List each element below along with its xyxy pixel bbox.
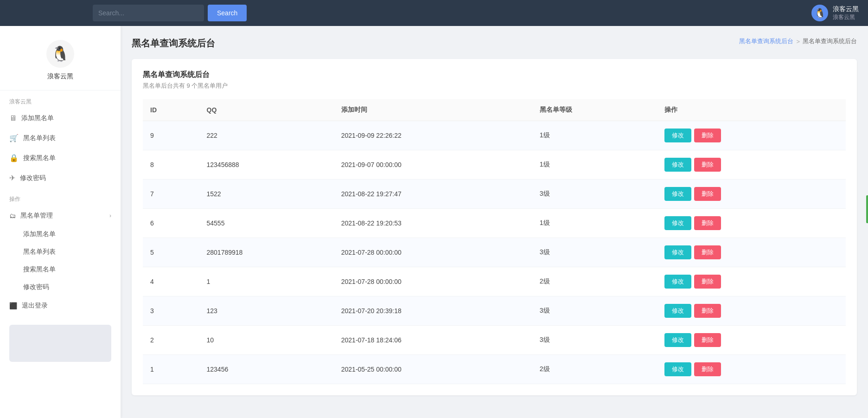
delete-button[interactable]: 删除 [694,245,721,259]
cell-action: 修改删除 [657,267,846,296]
sidebar-sub-add-blacklist[interactable]: 添加黑名单 [0,225,121,243]
breadcrumb-current: 黑名单查询系统后台 [803,37,857,45]
edit-button[interactable]: 修改 [664,187,691,201]
sidebar-username: 浪客云黑 [0,72,121,81]
cell-id: 2 [143,326,199,355]
sidebar-item-add-blacklist[interactable]: 🖥 添加黑名单 [0,109,121,128]
edge-bar [866,195,868,223]
table-head: ID QQ 添加时间 黑名单等级 操作 [143,99,846,121]
sidebar-section-label: 浪客云黑 [0,90,121,109]
sidebar-item-search-blacklist[interactable]: 🔒 搜索黑名单 [0,148,121,168]
edit-button[interactable]: 修改 [664,362,691,376]
sidebar-item-change-password[interactable]: ✈ 修改密码 [0,168,121,188]
edit-button[interactable]: 修改 [664,333,691,347]
col-id: ID [143,99,199,121]
cell-action: 修改删除 [657,150,846,180]
navbar-user: 🐧 浪客云黑 浪客云黑 [811,5,859,21]
col-time: 添加时间 [334,99,532,121]
cell-qq: 222 [199,121,334,150]
sidebar-item-label: 修改密码 [20,174,46,182]
cell-qq: 123 [199,296,334,326]
cell-time: 2021-07-18 18:24:06 [334,326,532,355]
table-row: 81234568882021-09-07 00:00:001级修改删除 [143,150,846,180]
cell-id: 1 [143,355,199,384]
table-row: 31232021-07-20 20:39:183级修改删除 [143,296,846,326]
page-title: 黑名单查询系统后台 [132,37,215,50]
main-content: 黑名单查询系统后台 黑名单查询系统后台 > 黑名单查询系统后台 黑名单查询系统后… [121,26,868,418]
sidebar-group-blacklist-management[interactable]: 🗂 黑名单管理 › [0,206,121,225]
search-input[interactable] [93,5,204,21]
col-action: 操作 [657,99,846,121]
cell-time: 2021-09-07 00:00:00 [334,150,532,180]
cell-time: 2021-07-20 20:39:18 [334,296,532,326]
cell-id: 9 [143,121,199,150]
cell-level: 3级 [532,326,657,355]
sidebar-operation-label: 操作 [0,188,121,206]
edit-button[interactable]: 修改 [664,245,691,259]
edit-button[interactable]: 修改 [664,129,691,142]
sidebar-item-logout[interactable]: ⬛ 退出登录 [0,296,121,315]
sidebar-group-label: 黑名单管理 [20,212,53,220]
monitor-icon: 🖥 [9,114,17,122]
cell-id: 7 [143,180,199,209]
blacklist-table: ID QQ 添加时间 黑名单等级 操作 92222021-09-09 22:26… [143,99,846,384]
delete-button[interactable]: 删除 [694,362,721,376]
cell-id: 3 [143,296,199,326]
cell-id: 5 [143,238,199,267]
cell-level: 1级 [532,121,657,150]
sidebar-item-label: 黑名单列表 [23,134,56,142]
card-title: 黑名单查询系统后台 [143,70,846,80]
cell-level: 3级 [532,296,657,326]
cell-action: 修改删除 [657,355,846,384]
table-row: 2102021-07-18 18:24:063级修改删除 [143,326,846,355]
table-body: 92222021-09-09 22:26:221级修改删除81234568882… [143,121,846,384]
cell-level: 1级 [532,209,657,238]
delete-button[interactable]: 删除 [694,304,721,318]
delete-button[interactable]: 删除 [694,187,721,201]
search-button[interactable]: Search [208,5,247,21]
cell-action: 修改删除 [657,121,846,150]
cell-qq: 54555 [199,209,334,238]
cell-time: 2021-05-25 00:00:00 [334,355,532,384]
logout-label: 退出登录 [22,302,48,310]
cell-action: 修改删除 [657,209,846,238]
sidebar-sub-blacklist-list[interactable]: 黑名单列表 [0,243,121,261]
sidebar-profile: 🐧 浪客云黑 [0,26,121,90]
sidebar: 🐧 浪客云黑 浪客云黑 🖥 添加黑名单 🛒 黑名单列表 🔒 搜索黑名单 ✈ 修改… [0,26,121,418]
delete-button[interactable]: 删除 [694,216,721,230]
cell-action: 修改删除 [657,180,846,209]
cell-level: 2级 [532,267,657,296]
cell-qq: 1522 [199,180,334,209]
sidebar-bottom-image [9,325,111,362]
sidebar-item-blacklist-list[interactable]: 🛒 黑名单列表 [0,128,121,148]
cell-action: 修改删除 [657,238,846,267]
edit-button[interactable]: 修改 [664,158,691,172]
cell-id: 4 [143,267,199,296]
edit-button[interactable]: 修改 [664,275,691,289]
card-subtitle: 黑名单后台共有 9 个黑名单用户 [143,82,846,90]
sidebar-item-label: 搜索黑名单 [23,154,56,162]
cell-time: 2021-07-28 00:00:00 [334,238,532,267]
table-header-row: ID QQ 添加时间 黑名单等级 操作 [143,99,846,121]
sidebar-sub-change-password[interactable]: 修改密码 [0,278,121,296]
folder-icon: 🗂 [9,212,16,219]
sidebar-avatar: 🐧 [46,40,74,68]
cell-action: 修改删除 [657,326,846,355]
breadcrumb-link[interactable]: 黑名单查询系统后台 [739,37,793,45]
sidebar-item-label: 添加黑名单 [21,114,54,122]
delete-button[interactable]: 删除 [694,129,721,142]
edit-button[interactable]: 修改 [664,216,691,230]
sidebar-sub-search-blacklist[interactable]: 搜索黑名单 [0,261,121,278]
cell-time: 2021-08-22 19:20:53 [334,209,532,238]
card: 黑名单查询系统后台 黑名单后台共有 9 个黑名单用户 ID QQ 添加时间 黑名… [132,59,857,395]
delete-button[interactable]: 删除 [694,158,721,172]
delete-button[interactable]: 删除 [694,275,721,289]
table-row: 528017899182021-07-28 00:00:003级修改删除 [143,238,846,267]
delete-button[interactable]: 删除 [694,333,721,347]
edit-button[interactable]: 修改 [664,304,691,318]
cell-level: 3级 [532,238,657,267]
cell-qq: 123456888 [199,150,334,180]
table-row: 11234562021-05-25 00:00:002级修改删除 [143,355,846,384]
cell-time: 2021-08-22 19:27:47 [334,180,532,209]
send-icon: ✈ [9,174,15,182]
